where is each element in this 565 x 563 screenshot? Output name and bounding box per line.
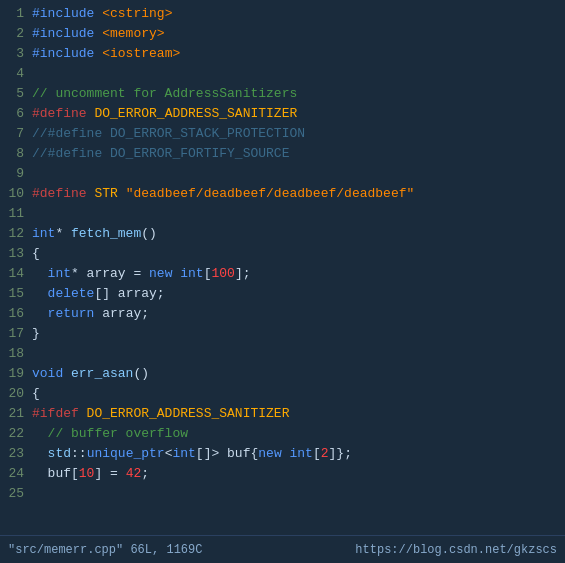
token: ]; <box>235 266 251 281</box>
token: } <box>32 326 40 341</box>
code-line: 24 buf[10] = 42; <box>0 464 565 484</box>
line-number: 3 <box>4 44 32 64</box>
line-content: #include <cstring> <box>32 4 561 24</box>
token: err_asan <box>71 366 133 381</box>
line-content: int* fetch_mem() <box>32 224 561 244</box>
line-content: //#define DO_ERROR_STACK_PROTECTION <box>32 124 561 144</box>
code-line: 5// uncomment for AddressSanitizers <box>0 84 565 104</box>
code-line: 17} <box>0 324 565 344</box>
line-number: 16 <box>4 304 32 324</box>
code-line: 21#ifdef DO_ERROR_ADDRESS_SANITIZER <box>0 404 565 424</box>
code-line: 15 delete[] array; <box>0 284 565 304</box>
token: //#define DO_ERROR_STACK_PROTECTION <box>32 126 305 141</box>
token: // uncomment for AddressSanitizers <box>32 86 297 101</box>
token: :: <box>71 446 87 461</box>
line-number: 9 <box>4 164 32 184</box>
status-bar: "src/memerr.cpp" 66L, 1169C https://blog… <box>0 535 565 563</box>
token: // buffer overflow <box>32 426 188 441</box>
line-content: //#define DO_ERROR_FORTIFY_SOURCE <box>32 144 561 164</box>
token: new <box>149 266 180 281</box>
line-content: #ifdef DO_ERROR_ADDRESS_SANITIZER <box>32 404 561 424</box>
line-number: 14 <box>4 264 32 284</box>
line-number: 1 <box>4 4 32 24</box>
token: int <box>180 266 203 281</box>
line-number: 13 <box>4 244 32 264</box>
code-line: 7//#define DO_ERROR_STACK_PROTECTION <box>0 124 565 144</box>
token: ]}; <box>329 446 352 461</box>
line-content: void err_asan() <box>32 364 561 384</box>
code-line: 10#define STR "deadbeef/deadbeef/deadbee… <box>0 184 565 204</box>
code-line: 25 <box>0 484 565 504</box>
code-line: 8//#define DO_ERROR_FORTIFY_SOURCE <box>0 144 565 164</box>
token <box>32 446 48 461</box>
line-content: #define DO_ERROR_ADDRESS_SANITIZER <box>32 104 561 124</box>
token: #include <box>32 6 102 21</box>
line-content <box>32 164 561 184</box>
line-number: 8 <box>4 144 32 164</box>
line-content: int* array = new int[100]; <box>32 264 561 284</box>
line-content: return array; <box>32 304 561 324</box>
token: fetch_mem <box>71 226 141 241</box>
line-number: 19 <box>4 364 32 384</box>
token: () <box>141 226 157 241</box>
code-line: 13{ <box>0 244 565 264</box>
code-line: 14 int* array = new int[100]; <box>0 264 565 284</box>
line-content: std::unique_ptr<int[]> buf{new int[2]}; <box>32 444 561 464</box>
token: DO_ERROR_ADDRESS_SANITIZER <box>94 106 297 121</box>
line-number: 10 <box>4 184 32 204</box>
token <box>32 286 48 301</box>
token: int <box>290 446 313 461</box>
token: int <box>48 266 71 281</box>
line-number: 22 <box>4 424 32 444</box>
line-number: 25 <box>4 484 32 504</box>
token: * <box>55 226 71 241</box>
line-number: 23 <box>4 444 32 464</box>
token: void <box>32 366 71 381</box>
line-number: 17 <box>4 324 32 344</box>
line-number: 6 <box>4 104 32 124</box>
status-url: https://blog.csdn.net/gkzscs <box>355 543 557 557</box>
line-number: 5 <box>4 84 32 104</box>
line-number: 11 <box>4 204 32 224</box>
code-line: 11 <box>0 204 565 224</box>
token: * array = <box>71 266 149 281</box>
code-line: 4 <box>0 64 565 84</box>
token: array; <box>94 306 149 321</box>
code-line: 3#include <iostream> <box>0 44 565 64</box>
line-content <box>32 204 561 224</box>
token: [] array; <box>94 286 164 301</box>
token: #include <box>32 46 102 61</box>
line-content <box>32 484 561 504</box>
token: 100 <box>211 266 234 281</box>
line-number: 18 <box>4 344 32 364</box>
line-content: delete[] array; <box>32 284 561 304</box>
token: []> buf{ <box>196 446 258 461</box>
token: int <box>32 226 55 241</box>
token: 2 <box>321 446 329 461</box>
line-content: buf[10] = 42; <box>32 464 561 484</box>
line-number: 24 <box>4 464 32 484</box>
token: 10 <box>79 466 95 481</box>
code-line: 22 // buffer overflow <box>0 424 565 444</box>
token: <iostream> <box>102 46 180 61</box>
line-content: #include <iostream> <box>32 44 561 64</box>
token: //#define DO_ERROR_FORTIFY_SOURCE <box>32 146 289 161</box>
code-line: 9 <box>0 164 565 184</box>
token: ] = <box>94 466 125 481</box>
code-editor: 1#include <cstring>2#include <memory>3#i… <box>0 0 565 535</box>
token: #include <box>32 26 102 41</box>
line-number: 15 <box>4 284 32 304</box>
line-number: 12 <box>4 224 32 244</box>
token: unique_ptr <box>87 446 165 461</box>
line-content: // uncomment for AddressSanitizers <box>32 84 561 104</box>
line-number: 4 <box>4 64 32 84</box>
code-line: 2#include <memory> <box>0 24 565 44</box>
token: return <box>48 306 95 321</box>
line-content: #include <memory> <box>32 24 561 44</box>
code-line: 20{ <box>0 384 565 404</box>
token: int <box>172 446 195 461</box>
token: #define <box>32 186 94 201</box>
token: new <box>258 446 289 461</box>
code-line: 19void err_asan() <box>0 364 565 384</box>
token: delete <box>48 286 95 301</box>
